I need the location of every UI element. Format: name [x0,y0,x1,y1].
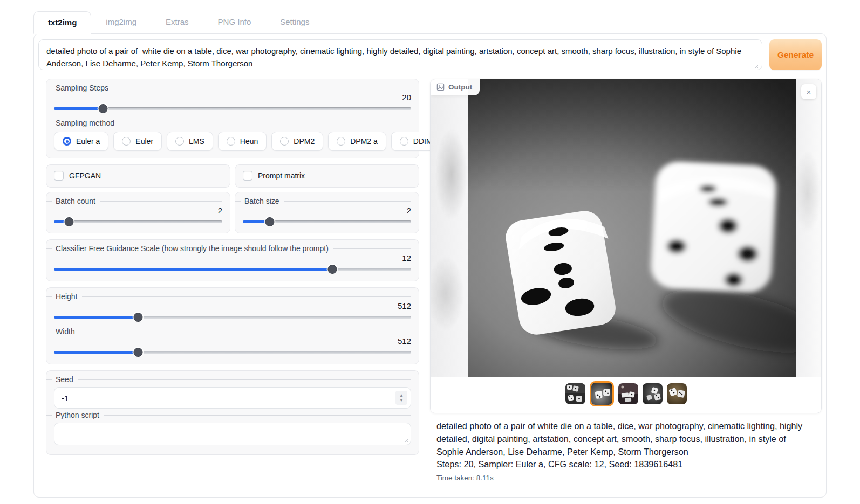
image-icon [436,83,445,91]
slider-handle[interactable] [134,348,143,357]
output-column: Output × [430,79,822,484]
gfpgan-checkbox[interactable] [54,171,64,181]
spinner-up-icon[interactable]: ▲ [399,393,404,398]
tab-settings[interactable]: Settings [265,11,324,33]
caption-prompt: detailed photo of a pair of white die on… [436,420,815,458]
image-edge-blur-left [431,79,468,377]
gfpgan-checkbox-row[interactable]: GFPGAN [54,171,222,181]
prompt-row: detailed photo of a pair of white die on… [38,39,822,79]
radio-lms[interactable]: LMS [167,132,213,151]
radio-icon [122,137,131,146]
caption-params: Steps: 20, Sampler: Euler a, CFG scale: … [436,458,815,471]
seed-label: Seed [46,375,411,384]
slider-handle[interactable] [133,313,142,322]
width-label: Width [46,327,411,336]
generated-image [468,79,796,377]
batch-size-cell: Batch size 2 [235,192,419,233]
tab-img2img[interactable]: img2img [91,11,151,33]
radio-icon [227,137,235,146]
slider-track[interactable] [54,107,411,110]
slider-handle[interactable] [265,217,274,226]
image-edge-blur-right [796,79,821,377]
seed-input[interactable] [54,387,411,409]
radio-icon [175,137,184,146]
radio-icon [280,137,289,146]
output-label: Output [448,83,472,91]
sampling-method-label: Sampling method [46,119,411,127]
radio-heun[interactable]: Heun [218,132,267,151]
close-output-button[interactable]: × [801,84,816,99]
python-script-label: Python script [46,411,411,419]
seed-spinner[interactable]: ▲▼ [395,391,407,405]
txt2img-panel: detailed photo of a pair of white die on… [33,33,827,498]
thumbnail-5[interactable] [667,383,687,404]
batch-count-label: Batch count [46,197,222,205]
height-value: 512 [54,301,411,310]
slider-handle[interactable] [65,217,74,226]
slider-fill [54,268,332,271]
batch-count-slider[interactable] [54,217,222,226]
python-script-input[interactable] [54,423,411,445]
slider-fill [54,107,103,110]
output-image-area [431,79,821,377]
spinner-down-icon[interactable]: ▼ [399,398,404,403]
sampling-steps-label: Sampling Steps [46,84,411,92]
width-slider[interactable] [54,347,411,357]
sampling-steps-slider[interactable] [54,103,411,113]
output-label-chip: Output [431,79,480,95]
slider-fill [54,351,138,354]
slider-handle[interactable] [98,104,107,113]
radio-dpm2-a[interactable]: DPM2 a [328,132,386,151]
slider-fill [54,316,138,319]
batch-size-label: Batch size [235,197,411,205]
radio-euler[interactable]: Euler [113,132,162,151]
batch-size-value: 2 [243,206,411,215]
slider-track[interactable] [54,220,222,223]
batch-size-slider[interactable] [243,217,411,226]
tab-png-info[interactable]: PNG Info [203,11,266,33]
cfg-value: 12 [54,253,411,263]
batch-count-value: 2 [54,206,222,215]
radio-icon [63,137,71,146]
slider-handle[interactable] [328,265,337,274]
prompt-matrix-checkbox[interactable] [243,171,252,181]
size-group: Height 512 Width 512 [46,287,419,364]
height-slider[interactable] [54,312,411,322]
batch-grid: GFPGAN Prompt matrix Batch count 2 [46,164,419,233]
prompt-matrix-label: Prompt matrix [258,171,305,180]
generate-button[interactable]: Generate [769,39,822,70]
radio-icon [400,137,408,146]
thumbnail-3[interactable] [618,383,638,404]
cfg-slider[interactable] [54,264,411,274]
prompt-input[interactable]: detailed photo of a pair of white die on… [38,39,762,70]
height-label: Height [46,292,411,301]
batch-count-cell: Batch count 2 [46,192,230,233]
tab-bar: txt2img img2img Extras PNG Info Settings [33,11,860,33]
gfpgan-label: GFPGAN [69,171,101,180]
radio-euler-a[interactable]: Euler a [54,132,108,151]
thumbnail-2-selected[interactable] [590,381,614,406]
output-gallery: Output × [430,79,822,413]
seed-script-group: Seed ▲▼ Python script [46,370,419,455]
sampling-method-radios: Euler a Euler LMS Heun DPM2 DPM2 a DDIM … [54,132,411,151]
gfpgan-cell: GFPGAN [46,164,230,188]
sampling-steps-value: 20 [54,93,411,102]
caption-time: Time taken: 8.11s [436,473,815,484]
cfg-label: Classifier Free Guidance Scale (how stro… [46,244,411,253]
prompt-matrix-checkbox-row[interactable]: Prompt matrix [243,171,411,181]
radio-dpm2[interactable]: DPM2 [271,132,323,151]
thumbnail-strip [431,377,821,413]
thumbnail-1[interactable] [565,383,585,404]
thumbnail-4[interactable] [643,383,663,404]
sampling-group: Sampling Steps 20 Sampling method Euler … [46,79,419,158]
cfg-group: Classifier Free Guidance Scale (how stro… [46,239,419,281]
generation-info: detailed photo of a pair of white die on… [430,413,822,484]
radio-icon [337,137,345,146]
tab-txt2img[interactable]: txt2img [33,11,91,34]
width-value: 512 [54,336,411,346]
settings-column: Sampling Steps 20 Sampling method Euler … [38,79,419,484]
prompt-matrix-cell: Prompt matrix [235,164,419,188]
tab-extras[interactable]: Extras [151,11,203,33]
